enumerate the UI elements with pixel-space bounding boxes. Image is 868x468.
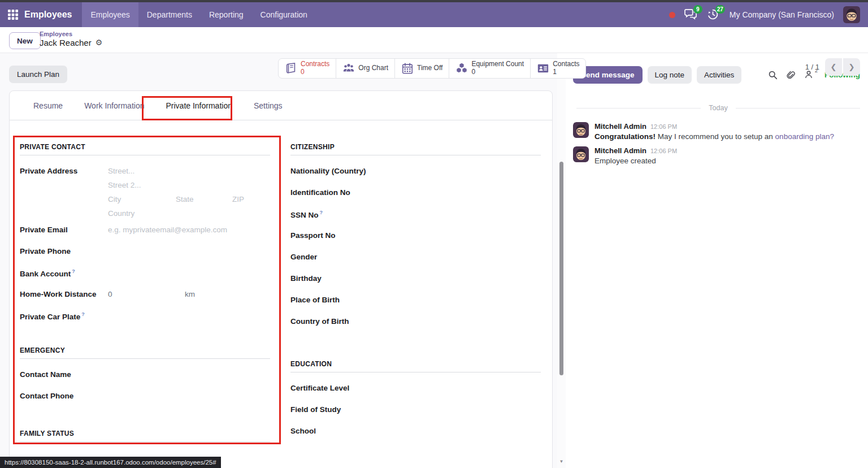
log-note-button[interactable]: Log note: [648, 66, 692, 84]
country-input[interactable]: Country: [108, 209, 266, 218]
stat-button-group: Contracts 0 Org Chart Time Off: [278, 58, 586, 79]
private-email-input[interactable]: e.g. myprivateemail@example.com: [108, 226, 227, 234]
stat-button-time-off[interactable]: Time Off: [395, 59, 449, 78]
chatter-message: Mitchell Admin 12:06 PM Employee created: [568, 144, 868, 168]
new-button[interactable]: New: [9, 32, 41, 49]
message-author-avatar[interactable]: [573, 146, 589, 162]
state-input[interactable]: State: [176, 195, 232, 203]
form-sheet: Resume Work Information Private Informat…: [9, 90, 553, 468]
field-label-birthday[interactable]: Birthday: [290, 274, 322, 283]
id-card-icon: [537, 62, 549, 75]
nav-right: 9 27 My Company (San Francisco): [669, 6, 868, 23]
messages-menu[interactable]: 9: [684, 8, 698, 21]
launch-plan-button[interactable]: Launch Plan: [9, 66, 67, 83]
form-right-column: CITIZENSHIP Nationality (Country) Identi…: [290, 143, 541, 453]
stat-button-equipment[interactable]: Equipment Count 0: [449, 59, 531, 78]
message-timestamp: 12:06 PM: [650, 123, 677, 130]
control-panel: New Employees Jack Reacher ⚙ Contracts 0: [0, 27, 868, 53]
gear-icon[interactable]: ⚙: [96, 38, 103, 47]
browser-status-url: https://80308150-saas-18-2-all.runbot167…: [0, 457, 221, 468]
scrollbar: ▲ ▼: [557, 59, 566, 468]
attach-files-button[interactable]: [786, 70, 796, 80]
tab-work-information[interactable]: Work Information: [84, 101, 144, 110]
scrollbar-thumb[interactable]: [559, 162, 563, 375]
date-divider-label: Today: [709, 104, 727, 112]
nav-item-reporting[interactable]: Reporting: [201, 2, 252, 27]
street2-input[interactable]: Street 2...: [108, 181, 266, 189]
field-label-gender[interactable]: Gender: [290, 253, 317, 261]
field-label-bank-account: Bank Account?: [20, 268, 108, 278]
message-timestamp: 12:06 PM: [650, 148, 677, 154]
zip-input[interactable]: ZIP: [232, 195, 266, 203]
activities-menu[interactable]: 27: [707, 8, 721, 21]
message-text: May I recommend you to setup an: [656, 132, 775, 141]
field-label-school[interactable]: School: [290, 427, 316, 435]
help-icon: ?: [320, 210, 323, 215]
field-label-contact-name: Contact Name: [20, 370, 108, 379]
stat-label: Contracts: [301, 60, 329, 68]
stat-label: Contacts: [553, 60, 579, 68]
field-label-identification-no[interactable]: Identification No: [290, 188, 350, 197]
user-avatar[interactable]: [843, 6, 860, 23]
field-label-ssn-no[interactable]: SSN No?: [290, 210, 323, 219]
onboarding-plan-link[interactable]: onboarding plan?: [775, 132, 834, 141]
home-work-distance-unit: km: [185, 290, 195, 298]
nav-item-departments[interactable]: Departments: [138, 2, 201, 27]
message-author[interactable]: Mitchell Admin: [594, 122, 646, 131]
pager-count: 1 / 1: [805, 63, 819, 71]
field-label-country-of-birth[interactable]: Country of Birth: [290, 317, 349, 326]
stat-button-contacts[interactable]: Contacts 1: [531, 59, 585, 78]
nav-item-configuration[interactable]: Configuration: [252, 2, 316, 27]
nav-item-employees[interactable]: Employees: [82, 2, 138, 27]
field-label-private-email: Private Email: [20, 226, 108, 234]
chatter-panel: Send message Log note Activities 2: [568, 53, 868, 468]
company-switcher[interactable]: My Company (San Francisco): [730, 10, 834, 19]
stat-label: Time Off: [417, 64, 442, 72]
recording-dot-icon: [669, 12, 675, 18]
stat-button-org-chart[interactable]: Org Chart: [336, 59, 395, 78]
apps-grid-icon[interactable]: [8, 10, 19, 20]
breadcrumb: Employees Jack Reacher ⚙: [40, 31, 102, 47]
home-work-distance-input[interactable]: 0: [108, 290, 185, 298]
message-bold-text: Congratulations!: [594, 132, 656, 141]
field-label-private-address: Private Address: [20, 167, 108, 175]
field-label-contact-phone: Contact Phone: [20, 392, 108, 400]
street-input[interactable]: Street...: [108, 167, 266, 175]
section-title-private-contact: PRIVATE CONTACT: [20, 143, 270, 155]
activities-button[interactable]: Activities: [697, 66, 741, 84]
private-address-inputs: Street... Street 2... City State ZIP Cou…: [108, 167, 266, 218]
home-menu-toggle[interactable]: Employees: [0, 2, 82, 27]
message-author-avatar[interactable]: [573, 122, 589, 138]
field-label-nationality[interactable]: Nationality (Country): [290, 167, 366, 175]
stat-label: Org Chart: [358, 64, 388, 72]
pager-next-button[interactable]: ❯: [843, 58, 860, 76]
help-icon: ?: [72, 268, 75, 274]
paperclip-icon: [786, 70, 796, 80]
tab-settings[interactable]: Settings: [254, 101, 283, 110]
field-label-passport-no[interactable]: Passport No: [290, 231, 336, 240]
section-title-education: EDUCATION: [290, 360, 541, 372]
message-body: Congratulations! May I recommend you to …: [594, 132, 860, 141]
calendar-icon: [401, 62, 414, 75]
scroll-down-arrow[interactable]: ▼: [557, 458, 566, 466]
cubes-icon: [455, 62, 468, 75]
notebook-tabs: Resume Work Information Private Informat…: [10, 91, 552, 120]
field-label-certificate-level[interactable]: Certificate Level: [290, 384, 349, 392]
section-title-family-status: FAMILY STATUS: [20, 430, 270, 442]
field-label-home-work-distance: Home-Work Distance: [20, 290, 108, 298]
search-messages-button[interactable]: [768, 70, 778, 80]
activities-badge: 27: [715, 5, 725, 14]
tab-resume[interactable]: Resume: [33, 101, 63, 110]
top-nav: Employees Employees Departments Reportin…: [0, 2, 868, 27]
pager-previous-button[interactable]: ❮: [825, 58, 842, 76]
browser-edge: [0, 0, 868, 2]
messages-badge: 9: [693, 5, 702, 14]
breadcrumb-parent-link[interactable]: Employees: [40, 31, 102, 38]
help-icon: ?: [81, 311, 85, 317]
stat-button-contracts[interactable]: Contracts 0: [279, 59, 336, 78]
field-label-field-of-study[interactable]: Field of Study: [290, 405, 341, 414]
message-author[interactable]: Mitchell Admin: [594, 146, 646, 155]
field-label-place-of-birth[interactable]: Place of Birth: [290, 296, 340, 304]
city-input[interactable]: City: [108, 195, 176, 203]
tab-private-information[interactable]: Private Information: [166, 101, 232, 110]
